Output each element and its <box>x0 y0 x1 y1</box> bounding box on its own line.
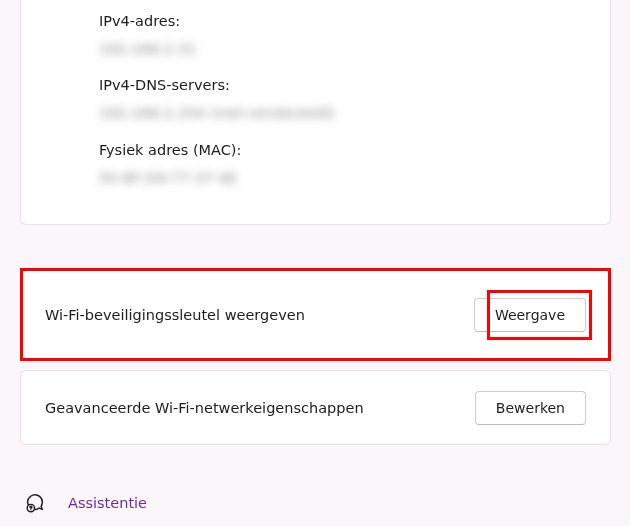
ipv4-dns-value: 192.168.2.254 (niet-versleuteld) <box>21 104 610 122</box>
svg-point-1 <box>30 509 31 510</box>
network-details-card: IPv4-adres: 192.168.2.31 IPv4-DNS-server… <box>20 0 611 225</box>
mac-address-value: 50-8F-D9-77-37-4E <box>21 169 610 187</box>
ipv4-dns-label: IPv4-DNS-servers: <box>21 76 610 94</box>
wifi-security-key-card: Wi-Fi-beveiligingssleutel weergeven Weer… <box>20 270 611 360</box>
advanced-wifi-label: Geavanceerde Wi-Fi-netwerkeigenschappen <box>45 400 364 416</box>
ipv4-address-value: 192.168.2.31 <box>21 40 610 58</box>
help-chat-icon <box>24 492 46 514</box>
advanced-wifi-card: Geavanceerde Wi-Fi-netwerkeigenschappen … <box>20 370 611 445</box>
show-wifi-key-button[interactable]: Weergave <box>474 298 586 332</box>
wifi-security-key-label: Wi-Fi-beveiligingssleutel weergeven <box>45 307 305 323</box>
assistance-row: Assistentie <box>24 492 147 514</box>
assistance-link[interactable]: Assistentie <box>68 495 147 511</box>
ipv4-address-label: IPv4-adres: <box>21 12 610 30</box>
edit-advanced-wifi-button[interactable]: Bewerken <box>475 391 586 425</box>
mac-address-label: Fysiek adres (MAC): <box>21 141 610 159</box>
